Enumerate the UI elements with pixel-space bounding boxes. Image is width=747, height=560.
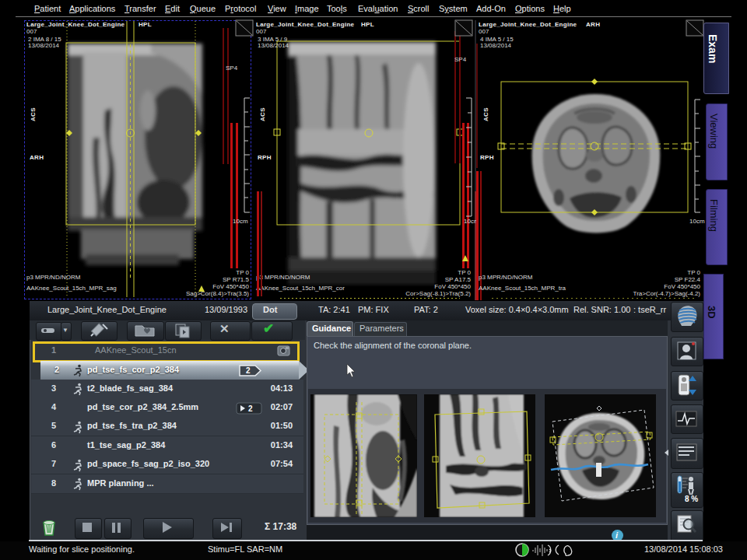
svg-text:2: 2 — [246, 366, 251, 375]
svg-text:2: 2 — [248, 404, 253, 413]
